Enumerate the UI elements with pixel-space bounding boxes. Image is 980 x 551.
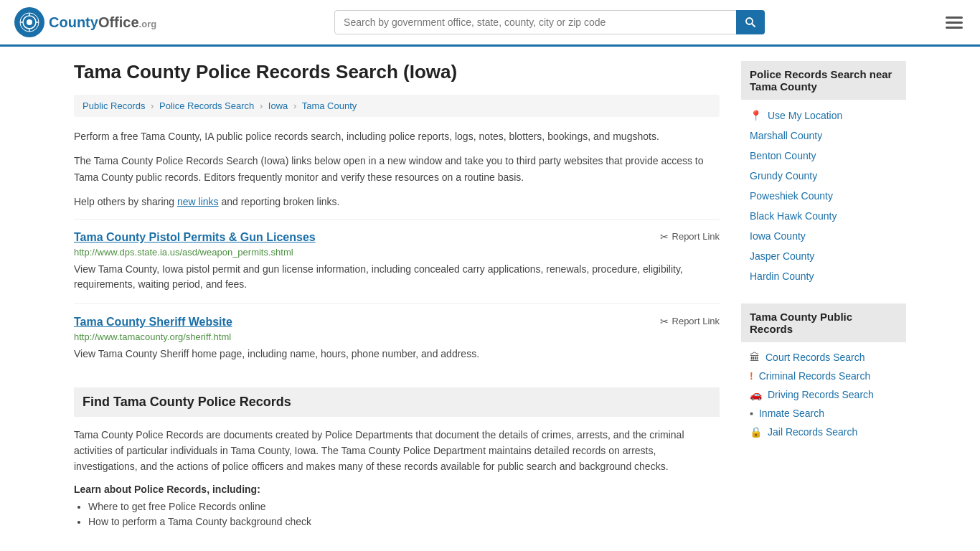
find-section: Find Tama County Police Records Tama Cou… xyxy=(74,387,720,527)
page-title: Tama County Police Records Search (Iowa) xyxy=(74,61,720,83)
learn-bullets: Where to get free Police Records online … xyxy=(74,501,720,527)
resource-item-0: Tama County Pistol Permits & Gun License… xyxy=(74,219,720,303)
court-icon: 🏛 xyxy=(750,352,760,363)
nearby-county-link-2[interactable]: Grundy County xyxy=(750,170,817,182)
bullet-1: How to perform a Tama County background … xyxy=(88,516,720,527)
logo-area: CountyOffice.org xyxy=(14,7,156,37)
resource-title-1[interactable]: Tama County Sheriff Website xyxy=(74,316,232,329)
learn-heading: Learn about Police Records, including: xyxy=(74,484,720,495)
report-link-0[interactable]: ✂ Report Link xyxy=(660,231,720,242)
report-icon-0: ✂ xyxy=(660,231,669,242)
resource-item-1: Tama County Sheriff Website ✂ Report Lin… xyxy=(74,303,720,373)
resources-list: Tama County Pistol Permits & Gun License… xyxy=(74,219,720,373)
pub-record-4[interactable]: 🔒 Jail Records Search xyxy=(741,423,906,441)
search-area xyxy=(334,10,765,34)
nearby-county-0[interactable]: Marshall County xyxy=(741,126,906,146)
nearby-county-4[interactable]: Black Hawk County xyxy=(741,206,906,226)
description-para3: Help others by sharing new links and rep… xyxy=(74,194,720,209)
main-container: Tama County Police Records Search (Iowa)… xyxy=(60,47,920,545)
breadcrumb-tama[interactable]: Tama County xyxy=(302,100,357,111)
logo-text: CountyOffice.org xyxy=(49,14,156,31)
nearby-county-2[interactable]: Grundy County xyxy=(741,166,906,186)
use-my-location-item[interactable]: 📍 Use My Location xyxy=(741,105,906,126)
nearby-county-6[interactable]: Jasper County xyxy=(741,246,906,266)
resource-url-1: http://www.tamacounty.org/sheriff.html xyxy=(74,331,720,342)
nearby-county-link-6[interactable]: Jasper County xyxy=(750,250,814,262)
pub-record-link-4[interactable]: Jail Records Search xyxy=(768,426,857,438)
nearby-section: Police Records Search near Tama County 📍… xyxy=(741,61,906,286)
report-icon-1: ✂ xyxy=(660,316,669,327)
pub-record-2[interactable]: 🚗 Driving Records Search xyxy=(741,385,906,404)
breadcrumb-public-records[interactable]: Public Records xyxy=(83,100,145,111)
jail-icon: 🔒 xyxy=(750,426,762,438)
find-section-header: Find Tama County Police Records xyxy=(74,387,720,417)
pub-record-link-2[interactable]: Driving Records Search xyxy=(768,389,874,400)
find-section-text: Tama County Police Records are documents… xyxy=(74,427,720,475)
nearby-title: Police Records Search near Tama County xyxy=(741,61,906,100)
nearby-county-link-5[interactable]: Iowa County xyxy=(750,230,806,242)
breadcrumb-iowa[interactable]: Iowa xyxy=(268,100,288,111)
pub-record-3[interactable]: ▪ Inmate Search xyxy=(741,404,906,423)
pub-record-link-1[interactable]: Criminal Records Search xyxy=(759,370,871,382)
sidebar: Police Records Search near Tama County 📍… xyxy=(741,61,906,531)
resource-title-0[interactable]: Tama County Pistol Permits & Gun License… xyxy=(74,231,316,244)
nearby-county-3[interactable]: Poweshiek County xyxy=(741,186,906,206)
breadcrumb-police-records[interactable]: Police Records Search xyxy=(159,100,254,111)
search-input[interactable] xyxy=(334,10,765,34)
resource-desc-0: View Tama County, Iowa pistol permit and… xyxy=(74,262,720,292)
description-para2: The Tama County Police Records Search (I… xyxy=(74,153,720,185)
svg-line-8 xyxy=(752,24,755,27)
svg-point-2 xyxy=(27,19,32,25)
breadcrumb: Public Records › Police Records Search ›… xyxy=(74,95,720,117)
location-pin-icon: 📍 xyxy=(750,110,762,121)
resource-url-0: http://www.dps.state.ia.us/asd/weapon_pe… xyxy=(74,247,720,258)
new-links-link[interactable]: new links xyxy=(177,196,219,207)
public-records-title: Tama County Public Records xyxy=(741,303,906,342)
nearby-county-link-3[interactable]: Poweshiek County xyxy=(750,190,833,202)
description-para1: Perform a free Tama County, IA public po… xyxy=(74,128,720,144)
pub-record-link-0[interactable]: Court Records Search xyxy=(765,352,865,363)
criminal-icon: ! xyxy=(750,370,753,382)
nearby-county-5[interactable]: Iowa County xyxy=(741,226,906,246)
nearby-county-link-1[interactable]: Benton County xyxy=(750,150,816,161)
bullet-0: Where to get free Police Records online xyxy=(88,501,720,512)
pub-record-0[interactable]: 🏛 Court Records Search xyxy=(741,348,906,367)
resource-desc-1: View Tama County Sheriff home page, incl… xyxy=(74,347,720,362)
menu-button[interactable] xyxy=(943,14,966,32)
pub-record-1[interactable]: ! Criminal Records Search xyxy=(741,367,906,385)
nearby-county-7[interactable]: Hardin County xyxy=(741,266,906,286)
nearby-county-link-7[interactable]: Hardin County xyxy=(750,270,814,282)
nearby-county-link-4[interactable]: Black Hawk County xyxy=(750,210,837,222)
inmate-icon: ▪ xyxy=(750,408,753,419)
search-button[interactable] xyxy=(736,10,765,34)
use-my-location-link[interactable]: Use My Location xyxy=(768,110,842,121)
main-content: Tama County Police Records Search (Iowa)… xyxy=(74,61,720,531)
nearby-county-link-0[interactable]: Marshall County xyxy=(750,130,822,141)
driving-icon: 🚗 xyxy=(750,389,762,400)
public-records-section: Tama County Public Records 🏛 Court Recor… xyxy=(741,303,906,441)
nearby-county-1[interactable]: Benton County xyxy=(741,146,906,166)
logo-icon xyxy=(14,7,44,37)
report-link-1[interactable]: ✂ Report Link xyxy=(660,316,720,327)
header: CountyOffice.org xyxy=(0,0,980,47)
pub-record-link-3[interactable]: Inmate Search xyxy=(759,408,824,419)
